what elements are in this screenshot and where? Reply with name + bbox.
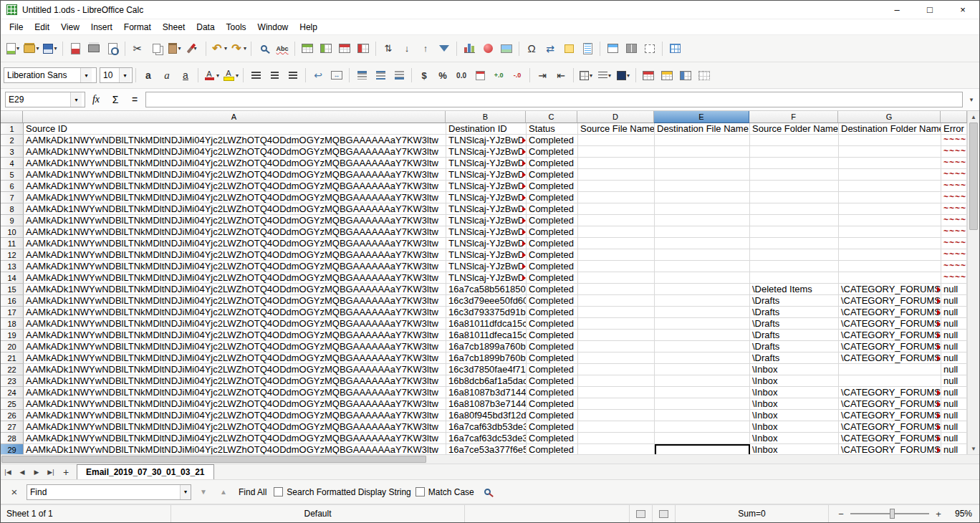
border-style-button[interactable]: ▾: [595, 65, 614, 85]
cell-G23[interactable]: [839, 375, 941, 387]
cell-G11[interactable]: [839, 238, 941, 249]
cell-F4[interactable]: [750, 158, 839, 169]
cell-F10[interactable]: [750, 226, 839, 238]
cell-F22[interactable]: \Inbox: [750, 364, 839, 375]
cell-C5[interactable]: Completed: [527, 169, 578, 181]
cell-H23[interactable]: null: [941, 375, 967, 387]
cell-C12[interactable]: Completed: [527, 249, 578, 261]
merge-cells-button[interactable]: ↔: [327, 65, 346, 85]
cell-F11[interactable]: [750, 238, 839, 249]
name-box-dropdown-icon[interactable]: ▾: [70, 92, 82, 107]
formula-button[interactable]: =: [126, 92, 143, 107]
cell-F23[interactable]: \Inbox: [750, 375, 839, 387]
row-header-6[interactable]: 6: [1, 181, 24, 192]
freeze-rows-columns-button[interactable]: [603, 39, 622, 59]
cell-G26[interactable]: \CATEGORY_FORUMS: [839, 410, 941, 421]
cell-G9[interactable]: [839, 215, 941, 226]
cell-F12[interactable]: [750, 249, 839, 261]
redo-button[interactable]: ↷▾: [229, 39, 248, 59]
zoom-in-button[interactable]: +: [933, 509, 943, 519]
cell-A18[interactable]: AAMkADk1NWYwNDBlLTNkMDltNDJiMi04Yjc2LWZh…: [24, 318, 446, 330]
cell-B18[interactable]: 16a81011dfdca15c: [446, 318, 527, 330]
cell-E24[interactable]: [655, 387, 750, 398]
cell-B27[interactable]: 16a7caf63db53de3: [446, 421, 527, 433]
print-button[interactable]: [85, 39, 103, 59]
cell-G1[interactable]: Destination Folder Name: [839, 123, 941, 135]
row-header-22[interactable]: 22: [1, 364, 24, 375]
cell-E8[interactable]: [655, 203, 750, 215]
dropdown-arrow-icon[interactable]: ▾: [627, 72, 630, 79]
cell-F1[interactable]: Source Folder Name: [750, 123, 839, 135]
cell-D16[interactable]: [578, 295, 655, 307]
undo-button[interactable]: ↶▾: [209, 39, 229, 59]
cell-H12[interactable]: ~~~~: [941, 249, 967, 261]
menu-window[interactable]: Window: [252, 21, 294, 34]
font-name-combo[interactable]: ▾: [4, 67, 97, 83]
cell-A13[interactable]: AAMkADk1NWYwNDBlLTNkMDltNDJiMi04Yjc2LWZh…: [24, 261, 446, 272]
cell-D19[interactable]: [578, 330, 655, 341]
cell-E20[interactable]: [655, 341, 750, 352]
select-function-button[interactable]: Σ: [107, 92, 124, 107]
menu-data[interactable]: Data: [191, 21, 220, 34]
cell-A3[interactable]: AAMkADk1NWYwNDBlLTNkMDltNDJiMi04Yjc2LWZh…: [24, 146, 446, 158]
cell-C27[interactable]: Completed: [527, 421, 578, 433]
insert-comment-button[interactable]: [559, 39, 578, 59]
row-header-17[interactable]: 17: [1, 307, 24, 318]
cell-B17[interactable]: 16c3d793375d91bc: [446, 307, 527, 318]
cell-H1[interactable]: Error: [941, 123, 967, 135]
formula-input-line[interactable]: [145, 92, 963, 107]
cell-D25[interactable]: [578, 398, 655, 410]
format-date-button[interactable]: [471, 65, 489, 85]
cell-D27[interactable]: [578, 421, 655, 433]
cell-C17[interactable]: Completed: [527, 307, 578, 318]
row-header-25[interactable]: 25: [1, 398, 24, 410]
cell-E13[interactable]: [655, 261, 750, 272]
row-header-12[interactable]: 12: [1, 249, 24, 261]
column-header-D[interactable]: D: [577, 111, 654, 123]
cell-G16[interactable]: \CATEGORY_FORUMS: [839, 295, 941, 307]
cell-D3[interactable]: [578, 146, 655, 158]
cell-D24[interactable]: [578, 387, 655, 398]
cell-B24[interactable]: 16a81087b3d7144d: [446, 387, 527, 398]
highlight-color-button[interactable]: A▾: [221, 65, 240, 85]
scroll-up-icon[interactable]: ▲: [968, 111, 979, 123]
cell-C23[interactable]: Completed: [527, 375, 578, 387]
cell-E28[interactable]: [655, 433, 750, 444]
cell-G24[interactable]: \CATEGORY_FORUMS: [839, 387, 941, 398]
cell-H9[interactable]: ~~~~: [941, 215, 967, 226]
cell-B9[interactable]: TLNSlcaj-YJzBwD: [446, 215, 527, 226]
cell-G21[interactable]: \CATEGORY_FORUMS: [839, 352, 941, 364]
cell-H14[interactable]: ~~~~: [941, 272, 967, 284]
cell-B8[interactable]: TLNSlcaj-YJzBwD: [446, 203, 527, 215]
cell-E14[interactable]: [655, 272, 750, 284]
column-header-E[interactable]: E: [654, 111, 749, 123]
cell-H13[interactable]: ~~~~: [941, 261, 967, 272]
column-header-C[interactable]: C: [526, 111, 577, 123]
column-header-G[interactable]: G: [838, 111, 941, 123]
freeze-first-column-button[interactable]: [676, 65, 695, 85]
cell-G5[interactable]: [839, 169, 941, 181]
menu-tools[interactable]: Tools: [221, 21, 252, 34]
cell-D11[interactable]: [578, 238, 655, 249]
cell-H7[interactable]: ~~~~: [941, 192, 967, 203]
zoom-out-button[interactable]: −: [836, 509, 846, 519]
cell-H17[interactable]: null: [941, 307, 967, 318]
cell-B21[interactable]: 16a7cb1899b760b9: [446, 352, 527, 364]
cell-C8[interactable]: Completed: [527, 203, 578, 215]
cell-F16[interactable]: \Drafts: [750, 295, 839, 307]
cell-A15[interactable]: AAMkADk1NWYwNDBlLTNkMDltNDJiMi04Yjc2LWZh…: [24, 284, 446, 295]
cell-H16[interactable]: null: [941, 295, 967, 307]
scroll-down-icon[interactable]: ▼: [968, 443, 979, 454]
cell-A6[interactable]: AAMkADk1NWYwNDBlLTNkMDltNDJiMi04Yjc2LWZh…: [24, 181, 446, 192]
cell-A26[interactable]: AAMkADk1NWYwNDBlLTNkMDltNDJiMi04Yjc2LWZh…: [24, 410, 446, 421]
cell-D17[interactable]: [578, 307, 655, 318]
close-button[interactable]: ×: [946, 1, 979, 19]
cell-D2[interactable]: [578, 135, 655, 146]
cell-D14[interactable]: [578, 272, 655, 284]
row-header-2[interactable]: 2: [1, 135, 24, 146]
column-header-H[interactable]: [941, 111, 967, 123]
font-name-dropdown-icon[interactable]: ▾: [80, 68, 92, 82]
row-header-1[interactable]: 1: [1, 123, 24, 135]
insert-column-before-button[interactable]: [317, 39, 335, 59]
cell-G6[interactable]: [839, 181, 941, 192]
